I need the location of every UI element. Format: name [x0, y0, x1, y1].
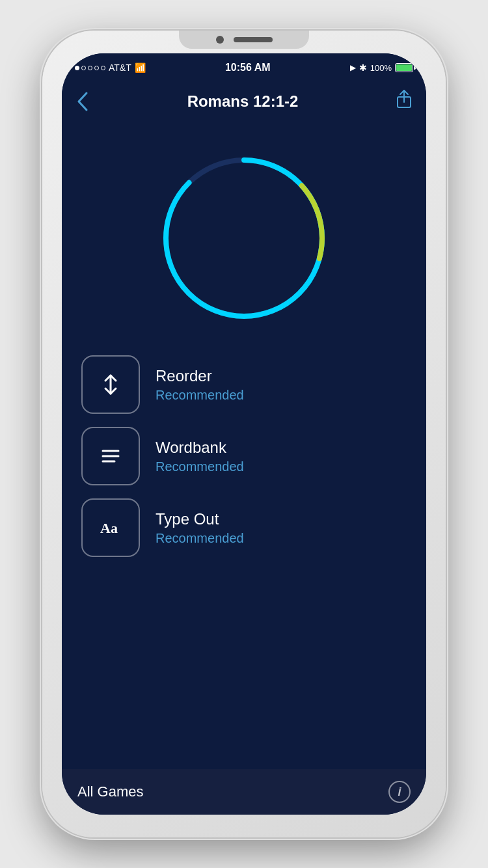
all-games-label: All Games [77, 783, 143, 800]
status-bar: AT&T 📶 10:56 AM ▶ ✱ 100% [62, 53, 426, 82]
wordbank-icon-box [81, 427, 140, 485]
game-item-wordbank[interactable]: Wordbank Recommended [81, 427, 407, 485]
status-left: AT&T 📶 [75, 62, 146, 73]
signal-dot-4 [94, 66, 99, 70]
signal-dots [75, 66, 105, 70]
wordbank-info: Wordbank Recommended [156, 439, 244, 474]
typeout-info: Type Out Recommended [156, 510, 244, 546]
status-right: ▶ ✱ 100% [350, 62, 413, 73]
wordbank-icon [96, 442, 125, 470]
nav-bar: Romans 12:1-2 [62, 82, 426, 121]
phone-notch [179, 31, 309, 49]
circle-svg [153, 147, 335, 329]
bluetooth-icon: ✱ [359, 62, 367, 73]
reorder-title: Reorder [156, 367, 244, 385]
bottom-bar: All Games i [62, 769, 426, 815]
earpiece [234, 37, 273, 42]
battery-percent: 100% [370, 63, 392, 73]
back-button[interactable] [75, 90, 90, 113]
reorder-subtitle: Recommended [156, 388, 244, 403]
reorder-icon-box [81, 355, 140, 414]
front-camera [216, 36, 224, 44]
location-icon: ▶ [350, 63, 356, 72]
info-icon: i [398, 785, 401, 799]
page-title: Romans 12:1-2 [187, 92, 299, 111]
typeout-subtitle: Recommended [156, 531, 244, 546]
battery-icon [395, 63, 413, 72]
signal-dot-5 [101, 66, 105, 70]
game-item-typeout[interactable]: Aa Type Out Recommended [81, 498, 407, 557]
wordbank-subtitle: Recommended [156, 459, 244, 474]
svg-text:Aa: Aa [100, 520, 118, 536]
main-content: Reorder Recommended [62, 121, 426, 769]
share-button[interactable] [395, 89, 413, 114]
progress-circle [153, 147, 335, 329]
status-time: 10:56 AM [225, 62, 271, 74]
phone-frame: AT&T 📶 10:56 AM ▶ ✱ 100% [0, 0, 488, 868]
wifi-icon: 📶 [135, 62, 146, 73]
signal-dot-1 [75, 66, 79, 70]
typeout-icon: Aa [96, 513, 125, 542]
carrier-label: AT&T [109, 62, 131, 73]
signal-dot-2 [81, 66, 86, 70]
wordbank-title: Wordbank [156, 439, 244, 457]
typeout-title: Type Out [156, 510, 244, 528]
signal-dot-3 [88, 66, 92, 70]
game-item-reorder[interactable]: Reorder Recommended [81, 355, 407, 414]
reorder-icon [96, 370, 125, 399]
battery-container [395, 63, 413, 72]
phone-screen: AT&T 📶 10:56 AM ▶ ✱ 100% [62, 53, 426, 815]
battery-fill [396, 64, 412, 71]
phone-outer: AT&T 📶 10:56 AM ▶ ✱ 100% [42, 31, 446, 837]
typeout-icon-box: Aa [81, 498, 140, 557]
screen: AT&T 📶 10:56 AM ▶ ✱ 100% [62, 53, 426, 815]
reorder-info: Reorder Recommended [156, 367, 244, 403]
games-list: Reorder Recommended [81, 355, 407, 570]
svg-point-2 [166, 160, 322, 316]
info-button[interactable]: i [388, 781, 411, 803]
